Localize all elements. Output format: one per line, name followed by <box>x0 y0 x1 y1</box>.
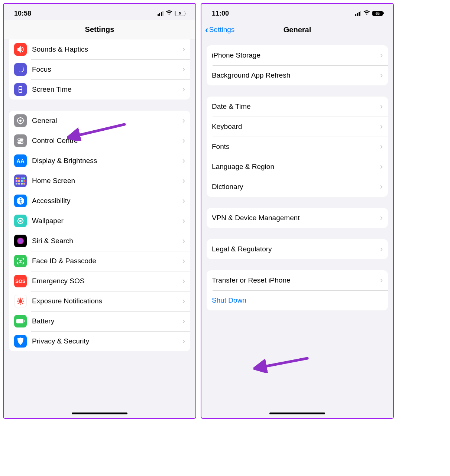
row-iphone-storage[interactable]: iPhone Storage› <box>207 45 388 65</box>
battery-percentage: 5 <box>179 12 181 15</box>
chevron-right-icon: › <box>380 122 383 131</box>
row-label: Accessibility <box>32 197 182 205</box>
wifi-icon <box>363 10 370 17</box>
svg-point-20 <box>19 220 22 222</box>
general-group-storage: iPhone Storage›Background App Refresh› <box>207 45 388 85</box>
general-group-vpn: VPN & Device Management› <box>207 208 388 228</box>
chevron-right-icon: › <box>182 336 185 346</box>
svg-point-37 <box>22 303 23 304</box>
row-label: Transfer or Reset iPhone <box>212 276 380 284</box>
settings-group-1: Sounds & Haptics›Focus›Screen Time› <box>9 39 190 100</box>
back-label: Settings <box>209 26 235 34</box>
settings-screen: 10:58 5 Settings Sounds & Haptics›Focus›… <box>3 3 196 419</box>
siri-search-icon <box>14 235 27 247</box>
svg-line-45 <box>22 302 22 303</box>
svg-point-14 <box>18 139 20 140</box>
row-battery[interactable]: Battery› <box>9 311 190 331</box>
chevron-right-icon: › <box>182 296 185 306</box>
row-exposure-notifications[interactable]: Exposure Notifications› <box>9 291 190 311</box>
row-label: Control Centre <box>32 137 182 145</box>
general-icon <box>14 114 27 127</box>
row-general[interactable]: General› <box>9 111 190 131</box>
home-indicator[interactable] <box>72 413 127 414</box>
row-dictionary[interactable]: Dictionary› <box>207 177 388 197</box>
svg-rect-0 <box>19 86 22 93</box>
row-background-app-refresh[interactable]: Background App Refresh› <box>207 65 388 85</box>
row-label: Home Screen <box>32 177 182 185</box>
svg-point-32 <box>20 298 21 299</box>
row-label: Privacy & Security <box>32 337 182 345</box>
row-label: Face ID & Passcode <box>32 257 182 265</box>
chevron-right-icon: › <box>182 116 185 125</box>
svg-point-36 <box>18 299 19 300</box>
row-label: Exposure Notifications <box>32 297 182 305</box>
row-shut-down[interactable]: Shut Down <box>207 290 388 310</box>
svg-point-26 <box>22 222 23 223</box>
accessibility-icon <box>14 195 27 207</box>
row-control-centre[interactable]: Control Centre› <box>9 131 190 151</box>
svg-point-16 <box>21 142 23 143</box>
row-privacy-security[interactable]: Privacy & Security› <box>9 331 190 351</box>
svg-line-11 <box>18 123 19 123</box>
chevron-right-icon: › <box>380 102 383 111</box>
display-brightness-icon: AA <box>14 154 27 167</box>
battery-icon: 65 <box>372 11 383 16</box>
status-time: 11:00 <box>212 10 229 17</box>
row-sounds-haptics[interactable]: Sounds & Haptics› <box>9 39 190 59</box>
row-label: Background App Refresh <box>212 71 380 79</box>
row-vpn-device-mgmt[interactable]: VPN & Device Management› <box>207 208 388 228</box>
face-id-passcode-icon <box>14 255 27 267</box>
settings-content[interactable]: Sounds & Haptics›Focus›Screen Time› Gene… <box>4 39 195 418</box>
svg-rect-48 <box>16 319 23 323</box>
row-label: Shut Down <box>212 296 383 304</box>
row-screen-time[interactable]: Screen Time› <box>9 79 190 100</box>
row-wallpaper[interactable]: Wallpaper› <box>9 211 190 231</box>
row-keyboard[interactable]: Keyboard› <box>207 117 388 137</box>
chevron-right-icon: › <box>182 256 185 266</box>
row-accessibility[interactable]: Accessibility› <box>9 191 190 211</box>
svg-point-33 <box>20 304 21 305</box>
privacy-security-icon <box>14 335 27 348</box>
row-emergency-sos[interactable]: SOSEmergency SOS› <box>9 271 190 291</box>
row-label: Display & Brightness <box>32 157 182 165</box>
row-display-brightness[interactable]: AADisplay & Brightness› <box>9 151 190 171</box>
svg-point-23 <box>17 221 18 221</box>
svg-point-4 <box>19 120 22 122</box>
row-label: Siri & Search <box>32 237 182 245</box>
general-content[interactable]: iPhone Storage›Background App Refresh› D… <box>201 39 393 418</box>
back-button[interactable]: ‹ Settings <box>205 25 234 35</box>
row-home-screen[interactable]: Home Screen› <box>9 171 190 191</box>
row-legal-regulatory[interactable]: Legal & Regulatory› <box>207 239 388 259</box>
svg-line-12 <box>22 118 23 119</box>
general-group-locale: Date & Time›Keyboard›Fonts›Language & Re… <box>207 97 388 197</box>
row-transfer-reset[interactable]: Transfer or Reset iPhone› <box>207 270 388 290</box>
row-label: Wallpaper <box>32 217 182 225</box>
row-label: VPN & Device Management <box>212 214 380 222</box>
row-face-id-passcode[interactable]: Face ID & Passcode› <box>9 251 190 271</box>
row-siri-search[interactable]: Siri & Search› <box>9 231 190 251</box>
svg-point-39 <box>22 299 23 300</box>
chevron-right-icon: › <box>380 182 383 192</box>
status-right: 5 <box>158 10 185 17</box>
page-title: Settings <box>85 25 114 34</box>
row-language-region[interactable]: Language & Region› <box>207 157 388 177</box>
svg-line-47 <box>22 300 22 300</box>
home-indicator[interactable] <box>269 413 325 414</box>
row-label: Battery <box>32 317 182 325</box>
row-date-time[interactable]: Date & Time› <box>207 97 388 117</box>
focus-icon <box>14 63 27 76</box>
row-label: Sounds & Haptics <box>32 45 182 53</box>
row-label: Legal & Regulatory <box>212 245 380 253</box>
sounds-haptics-icon <box>14 43 27 56</box>
svg-rect-49 <box>24 320 25 322</box>
control-centre-icon <box>14 134 27 147</box>
svg-line-44 <box>19 300 20 300</box>
row-fonts[interactable]: Fonts› <box>207 137 388 157</box>
svg-point-38 <box>18 303 19 304</box>
battery-percentage: 65 <box>375 12 379 16</box>
svg-point-21 <box>20 218 21 219</box>
chevron-right-icon: › <box>182 156 185 166</box>
status-time: 10:58 <box>14 10 31 17</box>
chevron-right-icon: › <box>182 65 185 74</box>
row-focus[interactable]: Focus› <box>9 59 190 79</box>
